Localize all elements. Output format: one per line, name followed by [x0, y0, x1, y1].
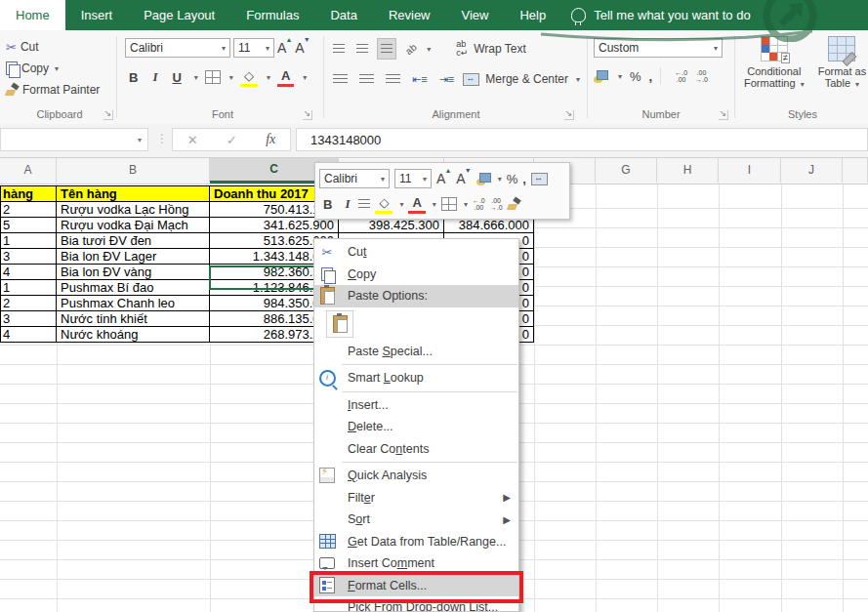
- cell[interactable]: 1: [0, 233, 57, 249]
- fill-color-button[interactable]: ◇: [240, 67, 258, 87]
- underline-button[interactable]: U: [168, 69, 185, 86]
- tab-help[interactable]: Help: [504, 0, 561, 30]
- decrease-decimal-icon[interactable]: .00 →.0: [490, 197, 503, 211]
- decrease-indent-icon[interactable]: ⇤≡: [409, 69, 431, 89]
- font-name-select[interactable]: Calibri ▾: [125, 38, 230, 58]
- menu-item-filter[interactable]: Filter▶: [314, 487, 518, 510]
- clipboard-dialog-launcher[interactable]: ↘: [103, 110, 113, 120]
- cell[interactable]: Pushmax Bí đao: [57, 280, 210, 296]
- menu-item-cut[interactable]: ✂Cut: [314, 241, 518, 264]
- menu-item-format-cells[interactable]: Format Cells...: [314, 575, 518, 597]
- menu-item-delete[interactable]: Delete...: [314, 416, 518, 438]
- menu-item-pick-from-drop-down-list[interactable]: Pick From Drop-down List...: [314, 596, 518, 612]
- cell[interactable]: Nước tinh khiết: [57, 311, 210, 327]
- number-format-select[interactable]: Custom ▾: [594, 38, 723, 58]
- cell[interactable]: Bia lon ĐV vàng: [57, 265, 210, 280]
- wrap-text-button[interactable]: Wrap Text: [474, 42, 526, 56]
- header-cell-b[interactable]: Tên hàng: [57, 185, 210, 202]
- mini-decrease-font-button[interactable]: A▼: [456, 171, 471, 186]
- tab-home[interactable]: Home: [0, 0, 65, 30]
- cell[interactable]: 384.666.000: [444, 218, 534, 233]
- orientation-icon[interactable]: ab: [398, 36, 424, 61]
- cell[interactable]: 4: [0, 327, 57, 343]
- mini-font-color-button[interactable]: A: [408, 194, 425, 214]
- menu-item-paste-special[interactable]: Paste Special...: [314, 341, 518, 363]
- column-header-H[interactable]: H: [657, 157, 719, 183]
- tab-formulas[interactable]: Formulas: [230, 0, 314, 30]
- column-header-k[interactable]: [843, 157, 868, 183]
- cancel-entry-icon[interactable]: ✕: [187, 133, 198, 147]
- cell[interactable]: 341.625.900: [210, 218, 339, 233]
- alignment-dialog-launcher[interactable]: ↘: [564, 110, 574, 120]
- cell[interactable]: 5: [0, 218, 57, 233]
- mini-font-name-select[interactable]: Calibri ▾: [319, 169, 390, 188]
- cell[interactable]: 398.425.300: [339, 218, 444, 233]
- cell[interactable]: Pushmax Chanh leo: [57, 296, 210, 311]
- comma-style-button[interactable]: ,: [649, 69, 653, 84]
- font-dialog-launcher[interactable]: ↘: [303, 110, 312, 120]
- mini-italic-button[interactable]: I: [341, 195, 353, 213]
- increase-font-size-button[interactable]: A▲: [277, 40, 292, 56]
- tab-view[interactable]: View: [446, 0, 505, 30]
- percent-style-button[interactable]: %: [630, 69, 641, 84]
- cell[interactable]: Rượu vodka Đại Mạch: [57, 218, 210, 233]
- cell[interactable]: 3: [0, 311, 57, 327]
- align-center-icon[interactable]: [356, 69, 377, 89]
- name-box[interactable]: ▾: [0, 128, 148, 151]
- comma-style-button[interactable]: ,: [522, 172, 526, 186]
- menu-item-paste-options[interactable]: Paste Options:: [314, 285, 518, 307]
- bold-button[interactable]: B: [125, 69, 142, 86]
- formula-bar-grip[interactable]: ⋮: [156, 132, 168, 145]
- paste-button[interactable]: [326, 310, 353, 338]
- align-left-icon[interactable]: [330, 69, 351, 89]
- column-header-B[interactable]: B: [57, 157, 210, 183]
- borders-icon[interactable]: [441, 197, 457, 211]
- confirm-entry-icon[interactable]: ✓: [227, 133, 237, 147]
- align-top-icon[interactable]: [330, 39, 348, 59]
- mini-font-size-select[interactable]: 11 ▾: [394, 169, 432, 188]
- font-color-button[interactable]: A: [277, 67, 294, 87]
- accounting-format-icon[interactable]: [476, 173, 491, 185]
- font-size-select[interactable]: 11 ▾: [233, 38, 274, 58]
- merge-center-button[interactable]: Merge & Center: [485, 72, 568, 86]
- insert-function-icon[interactable]: fx: [266, 132, 275, 147]
- conditional-formatting-button[interactable]: Conditional Formatting ▾: [744, 36, 805, 89]
- menu-item-insert[interactable]: Insert...: [314, 394, 518, 417]
- cell[interactable]: 2: [0, 202, 57, 218]
- cell[interactable]: Rượu vodka Lạc Hồng: [57, 202, 210, 218]
- format-painter-icon[interactable]: [508, 198, 520, 211]
- format-painter-button[interactable]: Format Painter: [6, 79, 113, 101]
- column-header-A[interactable]: A: [0, 157, 57, 183]
- tab-review[interactable]: Review: [373, 0, 446, 30]
- cut-button[interactable]: ✂ Cut: [6, 36, 113, 58]
- header-cell-a[interactable]: hàng: [0, 185, 57, 202]
- increase-decimal-icon[interactable]: ←.0 .00: [473, 197, 485, 211]
- align-middle-icon[interactable]: [353, 39, 371, 59]
- merge-center-icon[interactable]: [531, 173, 548, 185]
- increase-decimal-icon[interactable]: ←.0 .00: [675, 69, 687, 83]
- decrease-decimal-icon[interactable]: .00 →.0: [695, 69, 708, 83]
- borders-icon[interactable]: [205, 70, 221, 84]
- align-right-icon[interactable]: [383, 69, 403, 89]
- cell[interactable]: 4: [0, 265, 57, 280]
- tell-me-search[interactable]: Tell me what you want to do: [561, 0, 750, 30]
- cell[interactable]: Nước khoáng: [57, 327, 210, 343]
- increase-indent-icon[interactable]: ⇥≡: [436, 69, 458, 89]
- column-header-G[interactable]: G: [596, 157, 657, 183]
- menu-item-sort[interactable]: Sort▶: [314, 509, 518, 531]
- format-as-table-button[interactable]: Format as Table ▾: [818, 36, 867, 89]
- tab-insert[interactable]: Insert: [65, 0, 129, 30]
- italic-button[interactable]: I: [148, 68, 161, 86]
- column-header-J[interactable]: J: [781, 157, 843, 183]
- formula-input[interactable]: 1343148000: [296, 128, 868, 151]
- align-bottom-icon[interactable]: [377, 38, 396, 60]
- number-dialog-launcher[interactable]: ↘: [719, 110, 728, 120]
- percent-style-button[interactable]: %: [507, 172, 518, 186]
- menu-item-clear-contents[interactable]: Clear Contents: [314, 438, 518, 461]
- cell[interactable]: Bia lon ĐV Lager: [57, 249, 210, 265]
- decrease-font-size-button[interactable]: A▼: [295, 40, 310, 56]
- copy-button[interactable]: Copy ▾: [6, 58, 113, 79]
- cell[interactable]: 3: [0, 249, 57, 265]
- cell[interactable]: 1: [0, 280, 57, 296]
- menu-item-insert-comment[interactable]: Insert Comment: [314, 552, 518, 575]
